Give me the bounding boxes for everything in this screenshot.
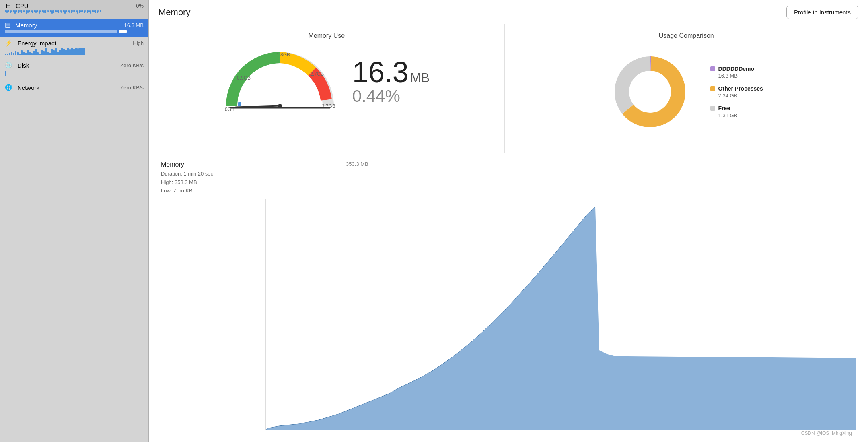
legend-dot-ddddd xyxy=(710,66,715,71)
memory-use-panel: Memory Use xyxy=(149,24,505,153)
chart-duration: Duration: 1 min 20 sec xyxy=(161,170,213,178)
svg-rect-7 xyxy=(238,102,241,106)
chart-header: Memory Duration: 1 min 20 sec High: 353.… xyxy=(161,161,856,195)
legend-value-free: 1.31 GB xyxy=(710,112,763,118)
chart-title: Memory xyxy=(161,161,213,168)
network-bar-chart xyxy=(5,92,144,99)
sidebar-item-network[interactable]: 🌐 Network Zero KB/s xyxy=(0,81,148,103)
chart-low: Low: Zero KB xyxy=(161,187,213,195)
svg-text:0.9GB: 0.9GB xyxy=(237,75,251,81)
bottom-chart-panel: Memory Duration: 1 min 20 sec High: 353.… xyxy=(149,153,868,442)
memory-percent: 0.44% xyxy=(352,87,400,106)
donut-svg xyxy=(610,52,690,132)
donut-chart xyxy=(610,52,690,132)
svg-text:2.7GB: 2.7GB xyxy=(310,71,324,77)
top-panels: Memory Use xyxy=(149,24,868,153)
sidebar-cpu-label: CPU xyxy=(16,2,29,9)
sidebar-energy-label: Energy Impact xyxy=(17,40,56,47)
gauge-value-display: 16.3 MB 0.44% xyxy=(352,58,430,106)
legend-value-other: 2.34 GB xyxy=(710,93,763,99)
energy-icon: ⚡ xyxy=(5,39,12,47)
svg-marker-15 xyxy=(265,207,856,430)
page-title: Memory xyxy=(158,7,190,18)
disk-icon: 💿 xyxy=(5,62,12,69)
sidebar-item-disk[interactable]: 💿 Disk Zero KB/s xyxy=(0,59,148,81)
legend-item-ddddd: DDDDDDemo 16.3 MB xyxy=(710,66,763,79)
memory-chart-svg xyxy=(161,199,856,438)
legend-item-other: Other Processes 2.34 GB xyxy=(710,85,763,99)
memory-unit: MB xyxy=(410,70,430,85)
sidebar-disk-value: Zero KB/s xyxy=(120,62,144,68)
donut-area: DDDDDDemo 16.3 MB Other Processes 2.34 G… xyxy=(610,52,763,132)
gauge-chart: 0GB 0.9GB 1.8GB 2.7GB 3.7GB xyxy=(224,48,336,116)
memory-icon: ▤ xyxy=(5,21,10,29)
network-icon: 🌐 xyxy=(5,84,12,91)
legend-label-free: Free xyxy=(718,105,730,112)
chart-high: High: 353.3 MB xyxy=(161,178,213,187)
memory-use-title: Memory Use xyxy=(308,32,345,39)
energy-bar-chart xyxy=(5,48,144,55)
sidebar-network-value: Zero KB/s xyxy=(120,85,144,91)
memory-bar-chart xyxy=(5,30,144,33)
legend-item-free: Free 1.31 GB xyxy=(710,105,763,118)
sidebar: 🖥 CPU 0% ▤ Memory 16.3 MB ⚡ Energy Imp xyxy=(0,0,149,442)
svg-line-0 xyxy=(236,106,280,107)
sidebar-energy-value: High xyxy=(133,40,144,46)
sidebar-memory-label: Memory xyxy=(15,22,37,29)
cpu-icon: 🖥 xyxy=(5,2,11,9)
watermark: CSDN @iOS_MingXing xyxy=(801,430,852,436)
legend-label-ddddd: DDDDDDemo xyxy=(718,66,754,72)
chart-title-block: Memory Duration: 1 min 20 sec High: 353.… xyxy=(161,161,213,195)
sidebar-item-cpu[interactable]: 🖥 CPU 0% xyxy=(0,0,148,19)
cpu-bar-chart xyxy=(5,10,144,15)
sidebar-item-energy[interactable]: ⚡ Energy Impact High xyxy=(0,37,148,59)
main-header: Memory Profile in Instruments xyxy=(149,0,868,24)
sidebar-cpu-value: 0% xyxy=(136,3,144,9)
disk-bar-chart xyxy=(5,70,144,77)
legend-label-other: Other Processes xyxy=(718,85,763,92)
legend-dot-other xyxy=(710,86,715,91)
sidebar-item-memory[interactable]: ▤ Memory 16.3 MB xyxy=(0,19,148,37)
gauge-svg: 0GB 0.9GB 1.8GB 2.7GB 3.7GB xyxy=(224,48,336,112)
sidebar-network-label: Network xyxy=(17,84,39,91)
memory-value: 16.3 xyxy=(352,58,409,87)
legend-value-ddddd: 16.3 MB xyxy=(710,73,763,79)
chart-max-label: 353.3 MB xyxy=(346,161,368,167)
profile-in-instruments-button[interactable]: Profile in Instruments xyxy=(786,6,858,19)
svg-text:1.8GB: 1.8GB xyxy=(276,52,290,58)
main-content: Memory Profile in Instruments Memory Use xyxy=(149,0,868,442)
chart-meta: Duration: 1 min 20 sec High: 353.3 MB Lo… xyxy=(161,170,213,195)
usage-comparison-title: Usage Comparison xyxy=(659,32,714,39)
legend: DDDDDDemo 16.3 MB Other Processes 2.34 G… xyxy=(710,66,763,118)
gauge-area: 0GB 0.9GB 1.8GB 2.7GB 3.7GB 16.3 xyxy=(224,48,430,116)
sidebar-memory-value: 16.3 MB xyxy=(124,22,144,28)
usage-comparison-panel: Usage Comparison xyxy=(505,24,868,153)
sidebar-disk-label: Disk xyxy=(17,62,29,69)
legend-dot-free xyxy=(710,106,715,111)
chart-area: CSDN @iOS_MingXing xyxy=(161,199,856,438)
